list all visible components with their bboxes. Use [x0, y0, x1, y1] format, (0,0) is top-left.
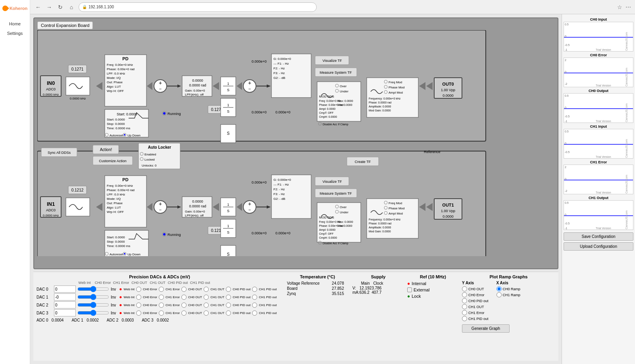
dac-1-label: DAC 1 — [37, 295, 52, 299]
dac-3-ch1-error-radio[interactable] — [159, 310, 164, 316]
dac-2-slider[interactable] — [77, 302, 109, 308]
dac-0-input[interactable] — [54, 285, 76, 293]
sidebar-item-home[interactable]: Home — [0, 19, 30, 29]
svg-point-32 — [124, 134, 125, 136]
ref-external-label[interactable]: External — [414, 287, 429, 292]
svg-text:0.0000: 0.0000 — [443, 94, 454, 98]
menu-icon[interactable]: ⋯ — [625, 4, 631, 10]
dac-2-ch0-error-radio[interactable] — [136, 303, 141, 308]
svg-text:Amplitude: 0.0000: Amplitude: 0.0000 — [369, 105, 391, 108]
svg-text:Mod Gain: 0.0000: Mod Gain: 0.0000 — [369, 230, 391, 233]
y-ch0-out-radio[interactable] — [462, 286, 467, 291]
svg-text:Locked: Locked — [144, 158, 155, 161]
dac-3-ch1-pid-radio[interactable] — [252, 310, 257, 316]
home-button[interactable]: ⌂ — [67, 3, 75, 11]
svg-text:CanvasJS.com: CanvasJS.com — [625, 211, 628, 229]
temp-board-row: Board 27.852 — [286, 286, 349, 291]
dac-3-ch0-pid-radio[interactable] — [226, 310, 231, 316]
refresh-button[interactable]: ↻ — [56, 3, 64, 11]
upload-config-button[interactable]: Upload Configuration — [564, 242, 633, 251]
y-ch1-error-radio[interactable] — [462, 310, 467, 315]
logo-text: Koheron — [10, 6, 27, 11]
svg-text:Action!: Action! — [100, 148, 112, 152]
dac-3-input[interactable] — [54, 309, 76, 316]
save-config-button[interactable]: Save Configuration — [564, 232, 633, 241]
dac-1-input[interactable] — [54, 293, 76, 301]
dac-1-ch0-pid-radio[interactable] — [226, 295, 231, 300]
svg-text:Phase: 0.00e+0 rad: Phase: 0.00e+0 rad — [107, 188, 135, 192]
dac-1-ch0-out-radio[interactable] — [181, 295, 187, 300]
ref-internal-label[interactable]: Internal — [412, 281, 426, 286]
dac-header-ch0-out: CH0 OUT — [131, 281, 148, 285]
dac-0-ch0-pid-radio[interactable] — [226, 287, 231, 292]
svg-text:MOD DDS: MOD DDS — [319, 95, 334, 98]
svg-text:Measure System TF: Measure System TF — [320, 192, 352, 195]
dac-0-ch1-pid-radio[interactable] — [252, 287, 257, 292]
svg-text:Out: Phase: Out: Phase — [107, 201, 123, 205]
ref-internal-row: ● Internal — [407, 281, 459, 286]
adc-1-reading: ADC 1 0.0002 — [71, 318, 98, 322]
svg-text:Running: Running — [167, 233, 181, 237]
svg-text:1: 1 — [227, 82, 229, 86]
dac-1-ch1-out-radio[interactable] — [204, 295, 209, 300]
svg-text:0.0000: 0.0000 — [192, 199, 203, 203]
svg-text:Ampl Mod: Ampl Mod — [389, 212, 403, 215]
dac-2-ch1-out-radio[interactable] — [204, 303, 209, 308]
dac-1-ch0-error-radio[interactable] — [136, 295, 141, 300]
back-button[interactable]: ← — [34, 3, 42, 11]
svg-text:G2: - dB: G2: - dB — [273, 76, 285, 80]
dac-0-ch1-out-radio[interactable] — [204, 287, 209, 292]
svg-text:-0.5: -0.5 — [565, 44, 570, 46]
dac-0-ch1-error-radio[interactable] — [159, 287, 164, 292]
dac-0-slider[interactable] — [77, 286, 109, 292]
x-ch1-ramp-radio[interactable] — [496, 292, 502, 297]
dac-3-ch0-error-radio[interactable] — [136, 310, 141, 316]
dac-2-input[interactable] — [54, 301, 76, 308]
ref-external-checkbox[interactable] — [407, 287, 412, 292]
svg-text:OUT1: OUT1 — [442, 203, 454, 207]
svg-text:OUT0: OUT0 — [442, 82, 454, 86]
y-axis-section: Y Axis CH0 OUT CH0 Error C — [462, 281, 489, 321]
svg-text:1: 1 — [227, 224, 229, 228]
svg-text:--- F1: - Hz: --- F1: - Hz — [273, 183, 289, 186]
generate-graph-button[interactable]: Generate Graph — [462, 324, 510, 333]
dac-2-ch0-pid-radio[interactable] — [226, 303, 231, 308]
dac-1-ch1-error-radio[interactable] — [159, 295, 164, 300]
svg-text:PD: PD — [122, 56, 128, 61]
dac-0-ch0-error-radio[interactable] — [136, 287, 141, 292]
x-ch0-ramp-row: CH0 Ramp — [496, 286, 521, 291]
y-ch1-pid-radio[interactable] — [462, 316, 467, 321]
svg-text:Disable Acc If Clamp: Disable Acc If Clamp — [323, 123, 348, 126]
supply-header-row: Main Clock — [352, 281, 385, 286]
svg-text:ADC0: ADC0 — [46, 87, 56, 91]
y-ch0-pid-radio[interactable] — [462, 298, 467, 303]
svg-text:0.0000 kHz: 0.0000 kHz — [43, 214, 59, 217]
dac-3-ch1-out-radio[interactable] — [204, 310, 209, 316]
svg-text:LPF(kHz): off: LPF(kHz): off — [185, 93, 204, 96]
svg-text:LPF: 0.0 kHz: LPF: 0.0 kHz — [107, 72, 125, 75]
y-ch0-error-radio[interactable] — [462, 292, 467, 297]
svg-text:0.000e+0: 0.000e+0 — [252, 180, 267, 184]
url-bar[interactable]: 🔒 192.168.1.100 — [79, 2, 317, 12]
dac-1-ch1-pid-radio[interactable] — [252, 295, 257, 300]
dac-0-ch0-out-radio[interactable] — [181, 287, 187, 292]
dac-2-ch1-pid-radio[interactable] — [252, 303, 257, 308]
svg-text:CmpH: 0.0000: CmpH: 0.0000 — [319, 115, 337, 119]
dac-2-ch0-out-radio[interactable] — [181, 303, 187, 308]
svg-text:S: S — [227, 209, 229, 213]
forward-button[interactable]: → — [45, 3, 53, 11]
sidebar-item-settings[interactable]: Settings — [0, 29, 30, 38]
x-ch0-ramp-radio[interactable] — [496, 286, 502, 291]
dac-1-slider[interactable] — [77, 294, 109, 300]
bookmarks-icon[interactable]: ☆ — [617, 4, 622, 10]
dac-3-ch0-out-radio[interactable] — [181, 310, 187, 316]
svg-text:CanvasJS.com: CanvasJS.com — [625, 68, 628, 86]
adc-readings: ADC 0 0.0004 ADC 1 0.0002 ADC 2 0.0003 A… — [37, 318, 283, 322]
ramp-section: Plot Ramp Graphs Y Axis CH0 OUT CH0 Er — [462, 274, 555, 358]
dac-3-slider[interactable] — [77, 310, 109, 316]
y-ch1-out-radio[interactable] — [462, 304, 467, 309]
supply-ma-main: 636.2 — [360, 290, 372, 295]
svg-text:Trial Version: Trial Version — [596, 48, 611, 51]
dac-2-ch1-error-radio[interactable] — [159, 303, 164, 308]
y-ch0-error-row: CH0 Error — [462, 292, 489, 297]
